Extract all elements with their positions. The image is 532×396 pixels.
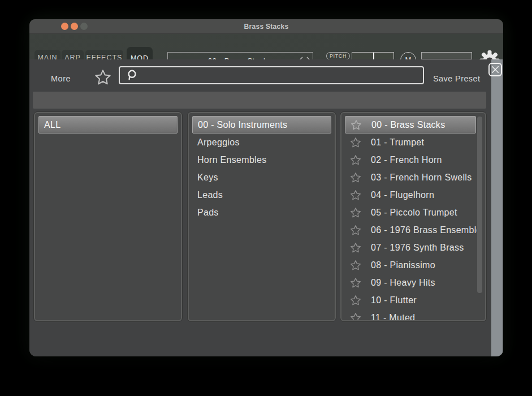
- bank-item[interactable]: Horn Ensembles: [192, 151, 331, 169]
- bank-column: 00 - Solo Instruments Arpeggios Horn Ens…: [188, 112, 336, 321]
- preset-browser: More Save Preset ALL 00 - Solo Instrumen…: [29, 59, 503, 356]
- preset-item[interactable]: 03 - French Horn Swells: [345, 169, 476, 186]
- favorite-star-icon[interactable]: [349, 206, 362, 219]
- magnifier-icon: [124, 68, 138, 82]
- favorite-star-icon[interactable]: [349, 259, 362, 272]
- preset-item[interactable]: 07 - 1976 Synth Brass: [345, 239, 476, 256]
- favorite-star-icon[interactable]: [349, 277, 362, 289]
- preset-list-scrollbar[interactable]: [477, 117, 482, 293]
- pitch-slider-thumb[interactable]: [373, 53, 374, 59]
- meter-top: [421, 52, 472, 59]
- browser-side-strip: [491, 59, 503, 356]
- preset-item[interactable]: 08 - Pianissimo: [345, 256, 476, 274]
- favorites-star-icon[interactable]: [94, 68, 112, 89]
- preset-item[interactable]: 09 - Heavy Hits: [345, 274, 476, 291]
- favorite-star-icon[interactable]: [349, 154, 362, 166]
- bank-item[interactable]: Arpeggios: [192, 134, 331, 151]
- pitch-label: PITCH: [326, 52, 350, 60]
- favorite-star-icon[interactable]: [349, 312, 362, 322]
- preset-column: 00 - Brass Stacks 01 - Trumpet 02 - Fren…: [340, 112, 486, 321]
- breadcrumb-bar: [33, 92, 486, 109]
- pitch-slider[interactable]: [352, 52, 394, 60]
- bank-item[interactable]: Pads: [192, 204, 331, 221]
- close-browser-button[interactable]: [488, 63, 502, 76]
- preset-item[interactable]: 01 - Trumpet: [345, 134, 476, 151]
- more-button[interactable]: More: [51, 74, 71, 83]
- favorite-star-icon[interactable]: [350, 119, 362, 131]
- preset-item[interactable]: 10 - Flutter: [345, 291, 476, 309]
- category-column: ALL: [34, 112, 182, 321]
- bank-item[interactable]: Keys: [192, 169, 331, 186]
- preset-item[interactable]: 05 - Piccolo Trumpet: [345, 204, 476, 221]
- category-item[interactable]: ALL: [38, 116, 178, 134]
- preset-item[interactable]: 02 - French Horn: [345, 151, 476, 169]
- search-input[interactable]: [138, 71, 423, 80]
- favorite-star-icon[interactable]: [349, 224, 362, 236]
- favorite-star-icon[interactable]: [349, 171, 362, 184]
- plugin-header: MAIN ARP EFFECTS MOD 00 - Brass Stacks P…: [29, 34, 503, 59]
- preset-item[interactable]: 00 - Brass Stacks: [345, 116, 476, 134]
- favorite-star-icon[interactable]: [349, 136, 362, 149]
- bank-item[interactable]: Leads: [192, 186, 331, 204]
- window-title: Brass Stacks: [29, 19, 503, 34]
- favorite-star-icon[interactable]: [349, 242, 362, 254]
- window-titlebar[interactable]: Brass Stacks: [29, 19, 503, 34]
- plugin-window: Brass Stacks MAIN ARP EFFECTS MOD 00 - B…: [29, 19, 503, 356]
- preset-item[interactable]: 04 - Flugelhorn: [345, 186, 476, 204]
- bank-item[interactable]: 00 - Solo Instruments: [192, 116, 331, 134]
- favorite-star-icon[interactable]: [349, 189, 362, 201]
- preset-item[interactable]: 11 - Muted: [345, 309, 476, 321]
- favorite-star-icon[interactable]: [349, 294, 362, 307]
- preset-item[interactable]: 06 - 1976 Brass Ensemble: [345, 221, 476, 239]
- close-icon: [490, 64, 500, 75]
- save-preset-button[interactable]: Save Preset: [433, 74, 480, 83]
- search-box[interactable]: [119, 66, 424, 84]
